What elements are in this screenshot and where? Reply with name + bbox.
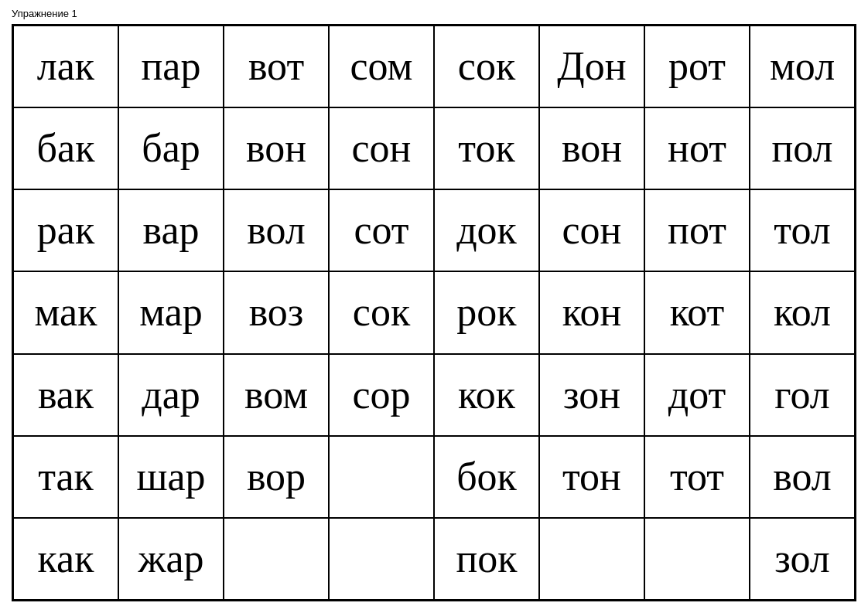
grid-cell: зон (539, 354, 644, 436)
grid-cell: сот (329, 189, 434, 271)
grid-cell: вот (224, 26, 329, 107)
grid-cell: вон (224, 107, 329, 189)
grid-cell: гол (750, 354, 855, 436)
grid-cell: сор (329, 354, 434, 436)
grid-cell (329, 518, 434, 600)
grid-cell (539, 518, 644, 600)
grid-cell: ток (434, 107, 539, 189)
grid-cell: сон (329, 107, 434, 189)
grid-cell (644, 518, 750, 600)
word-grid: лакпарвотсомсокДонротмолбакбарвонсонтокв… (12, 24, 856, 601)
grid-cell: воз (224, 271, 329, 353)
grid-cell: вар (118, 189, 224, 271)
grid-cell: лак (13, 26, 118, 107)
grid-cell: как (13, 518, 118, 600)
exercise-title: Упражнение 1 (12, 8, 856, 19)
grid-cell: жар (118, 518, 224, 600)
grid-cell: рот (644, 26, 750, 107)
grid-cell (329, 436, 434, 518)
grid-cell: так (13, 436, 118, 518)
grid-cell: дот (644, 354, 750, 436)
grid-cell: вор (224, 436, 329, 518)
grid-cell: вон (539, 107, 644, 189)
grid-cell: док (434, 189, 539, 271)
grid-cell: Дон (539, 26, 644, 107)
grid-cell: сок (329, 271, 434, 353)
grid-cell: шар (118, 436, 224, 518)
grid-cell: тот (644, 436, 750, 518)
grid-cell: вол (224, 189, 329, 271)
grid-cell: рок (434, 271, 539, 353)
grid-cell: кол (750, 271, 855, 353)
grid-cell: пар (118, 26, 224, 107)
grid-cell: кон (539, 271, 644, 353)
grid-cell: пот (644, 189, 750, 271)
grid-cell: зол (750, 518, 855, 600)
grid-cell: мар (118, 271, 224, 353)
grid-cell: вом (224, 354, 329, 436)
grid-cell: тон (539, 436, 644, 518)
grid-cell: сок (434, 26, 539, 107)
grid-cell: кот (644, 271, 750, 353)
grid-cell: сом (329, 26, 434, 107)
grid-cell: тол (750, 189, 855, 271)
grid-cell: пол (750, 107, 855, 189)
grid-cell: вак (13, 354, 118, 436)
grid-cell: нот (644, 107, 750, 189)
grid-cell: сон (539, 189, 644, 271)
grid-cell: мак (13, 271, 118, 353)
grid-cell: пок (434, 518, 539, 600)
grid-cell: рак (13, 189, 118, 271)
grid-cell (224, 518, 329, 600)
grid-cell: бок (434, 436, 539, 518)
grid-cell: дар (118, 354, 224, 436)
grid-cell: вол (750, 436, 855, 518)
grid-cell: бак (13, 107, 118, 189)
grid-cell: бар (118, 107, 224, 189)
grid-cell: мол (750, 26, 855, 107)
grid-cell: кок (434, 354, 539, 436)
